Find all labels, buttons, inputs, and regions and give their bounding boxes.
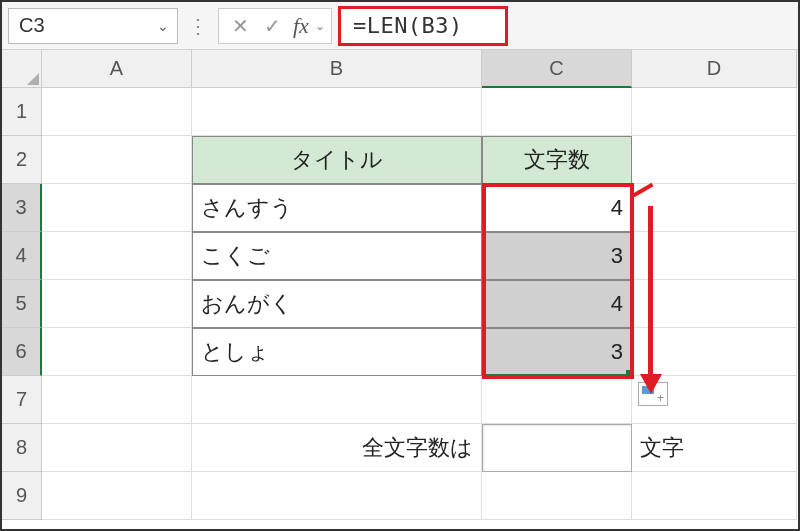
cell-D8[interactable]: 文字 — [632, 424, 797, 472]
divider-icon: ⋮ — [184, 14, 212, 38]
cell-C8[interactable] — [482, 424, 632, 472]
chevron-down-icon[interactable]: ⌄ — [157, 18, 169, 34]
cell-B5[interactable]: おんがく — [192, 280, 482, 328]
table-row — [42, 88, 797, 136]
row-header-1[interactable]: 1 — [2, 88, 42, 136]
cell-C3[interactable]: 4 — [482, 184, 632, 232]
cell-C7[interactable] — [482, 376, 632, 424]
column-header-D[interactable]: D — [632, 50, 797, 88]
formula-text: =LEN(B3) — [353, 13, 463, 38]
table-row: さんすう 4 — [42, 184, 797, 232]
fx-label[interactable]: fx — [289, 13, 313, 39]
cell-B8[interactable]: 全文字数は — [192, 424, 482, 472]
cell-D2[interactable] — [632, 136, 797, 184]
column-header-C[interactable]: C — [482, 50, 632, 88]
cell-D9[interactable] — [632, 472, 797, 520]
row-header-3[interactable]: 3 — [2, 184, 42, 232]
cell-B7[interactable] — [192, 376, 482, 424]
cancel-icon[interactable]: ✕ — [225, 14, 255, 38]
formula-controls: ✕ ✓ fx ⌄ — [218, 8, 332, 44]
column-header-B[interactable]: B — [192, 50, 482, 88]
cell-C5[interactable]: 4 — [482, 280, 632, 328]
cell-C1[interactable] — [482, 88, 632, 136]
cell-B9[interactable] — [192, 472, 482, 520]
cell-D4[interactable] — [632, 232, 797, 280]
column-headers: A B C D — [2, 50, 798, 88]
row-header-5[interactable]: 5 — [2, 280, 42, 328]
table-row: 全文字数は 文字 — [42, 424, 797, 472]
column-header-A[interactable]: A — [42, 50, 192, 88]
row-header-4[interactable]: 4 — [2, 232, 42, 280]
cell-B3[interactable]: さんすう — [192, 184, 482, 232]
cell-C4[interactable]: 3 — [482, 232, 632, 280]
cell-C2[interactable]: 文字数 — [482, 136, 632, 184]
row-header-9[interactable]: 9 — [2, 472, 42, 520]
cell-A4[interactable] — [42, 232, 192, 280]
select-all-corner[interactable] — [2, 50, 42, 88]
cell-A7[interactable] — [42, 376, 192, 424]
name-box-value: C3 — [19, 14, 45, 37]
row-header-6[interactable]: 6 — [2, 328, 42, 376]
cell-C6[interactable]: 3 — [482, 328, 632, 376]
row-header-2[interactable]: 2 — [2, 136, 42, 184]
cell-B2[interactable]: タイトル — [192, 136, 482, 184]
table-row — [42, 376, 797, 424]
cell-A8[interactable] — [42, 424, 192, 472]
cell-A3[interactable] — [42, 184, 192, 232]
table-row: タイトル 文字数 — [42, 136, 797, 184]
cell-A6[interactable] — [42, 328, 192, 376]
cell-A2[interactable] — [42, 136, 192, 184]
table-row: こくご 3 — [42, 232, 797, 280]
table-row: としょ 3 — [42, 328, 797, 376]
formula-bar: C3 ⌄ ⋮ ✕ ✓ fx ⌄ =LEN(B3) — [2, 2, 798, 50]
cell-B6[interactable]: としょ — [192, 328, 482, 376]
row-headers: 1 2 3 4 5 6 7 8 9 — [2, 88, 42, 520]
cell-C9[interactable] — [482, 472, 632, 520]
table-row: おんがく 4 — [42, 280, 797, 328]
cell-A5[interactable] — [42, 280, 192, 328]
spreadsheet-grid: A B C D 1 2 3 4 5 6 7 8 9 — [2, 50, 798, 520]
cell-B4[interactable]: こくご — [192, 232, 482, 280]
cell-A9[interactable] — [42, 472, 192, 520]
chevron-down-icon[interactable]: ⌄ — [315, 19, 325, 33]
row-header-7[interactable]: 7 — [2, 376, 42, 424]
confirm-icon[interactable]: ✓ — [257, 14, 287, 38]
autofill-options-icon[interactable] — [638, 382, 668, 406]
row-header-8[interactable]: 8 — [2, 424, 42, 472]
cell-A1[interactable] — [42, 88, 192, 136]
formula-input[interactable]: =LEN(B3) — [338, 6, 508, 46]
cell-D1[interactable] — [632, 88, 797, 136]
cell-B1[interactable] — [192, 88, 482, 136]
cell-D6[interactable] — [632, 328, 797, 376]
name-box[interactable]: C3 ⌄ — [8, 8, 178, 44]
cell-D5[interactable] — [632, 280, 797, 328]
cells-area: タイトル 文字数 さんすう 4 こくご 3 おんがく — [42, 88, 797, 520]
cell-D3[interactable] — [632, 184, 797, 232]
table-row — [42, 472, 797, 520]
